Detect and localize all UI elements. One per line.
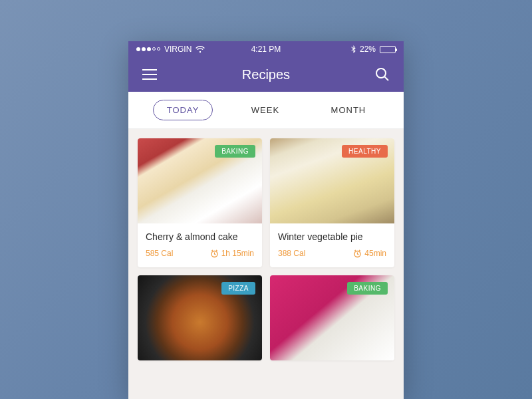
calories-label: 388 Cal — [278, 249, 305, 258]
recipe-image: BAKING — [270, 275, 394, 360]
menu-button[interactable] — [142, 66, 158, 82]
search-icon — [375, 67, 390, 82]
page-title: Recipes — [158, 67, 374, 82]
time-label: 1h 15min — [210, 249, 254, 258]
tab-week[interactable]: WEEK — [238, 100, 293, 120]
time-value: 45min — [364, 249, 386, 258]
search-button[interactable] — [374, 66, 390, 82]
category-badge: BAKING — [347, 282, 388, 295]
svg-point-0 — [376, 68, 386, 78]
status-time: 4:21 PM — [251, 45, 281, 54]
time-label: 45min — [353, 249, 386, 258]
tab-month[interactable]: MONTH — [318, 100, 380, 120]
carrier-label: VIRGIN — [164, 45, 192, 54]
hamburger-icon — [142, 69, 157, 80]
recipe-title: Winter vegetable pie — [278, 231, 386, 242]
bluetooth-icon — [351, 45, 356, 53]
recipe-grid: BAKING Cherry & almond cake 585 Cal 1h 1… — [128, 129, 404, 360]
recipe-card[interactable]: BAKING — [270, 275, 394, 360]
battery-percent: 22% — [360, 45, 376, 54]
recipe-image: HEALTHY — [270, 138, 394, 223]
recipe-image: PIZZA — [138, 275, 262, 360]
recipe-card[interactable]: BAKING Cherry & almond cake 585 Cal 1h 1… — [138, 138, 262, 267]
recipe-meta: 585 Cal 1h 15min — [146, 249, 254, 258]
category-badge: BAKING — [215, 145, 255, 158]
status-left: VIRGIN — [136, 45, 251, 54]
phone-frame: VIRGIN 4:21 PM 22% Recipes TODAY WEEK MO… — [128, 41, 404, 399]
recipe-image: BAKING — [138, 138, 262, 223]
tabs: TODAY WEEK MONTH — [128, 92, 404, 129]
nav-bar: Recipes — [128, 57, 404, 92]
clock-icon — [210, 249, 219, 258]
calories-label: 585 Cal — [146, 249, 173, 258]
category-badge: HEALTHY — [342, 145, 388, 158]
status-bar: VIRGIN 4:21 PM 22% — [128, 41, 404, 57]
status-right: 22% — [281, 45, 396, 54]
tab-today[interactable]: TODAY — [153, 100, 213, 120]
time-value: 1h 15min — [221, 249, 254, 258]
wifi-icon — [196, 46, 205, 53]
recipe-card[interactable]: PIZZA — [138, 275, 262, 360]
signal-dots-icon — [136, 47, 160, 51]
card-body: Winter vegetable pie 388 Cal 45min — [270, 223, 394, 267]
clock-icon — [353, 249, 362, 258]
recipe-card[interactable]: HEALTHY Winter vegetable pie 388 Cal 45m… — [270, 138, 394, 267]
category-badge: PIZZA — [221, 282, 255, 295]
battery-icon — [380, 46, 396, 53]
recipe-meta: 388 Cal 45min — [278, 249, 386, 258]
recipe-title: Cherry & almond cake — [146, 231, 254, 242]
card-body: Cherry & almond cake 585 Cal 1h 15min — [138, 223, 262, 267]
